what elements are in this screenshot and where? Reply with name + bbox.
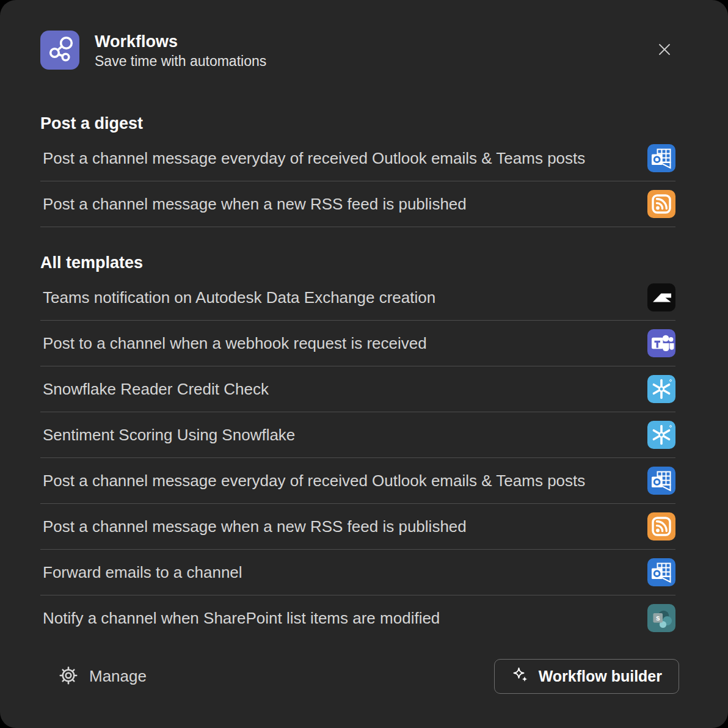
dialog-subtitle: Save time with automations [95,52,266,71]
list-item[interactable]: Notify a channel when SharePoint list it… [40,595,675,641]
list-item[interactable]: Post to a channel when a webhook request… [40,321,675,366]
list-item-label: Post a channel message everyday of recei… [40,149,585,168]
section-heading: All templates [40,253,675,272]
list-item[interactable]: Post a channel message when a new RSS fe… [40,504,675,550]
list-item-label: Snowflake Reader Credit Check [40,380,269,399]
workflow-share-icon [40,29,79,71]
list-item[interactable]: Post a channel message everyday of recei… [40,136,675,181]
list-item[interactable]: Post a channel message everyday of recei… [40,458,675,504]
template-section: All templatesTeams notification on Autod… [40,253,675,641]
list-item-label: Notify a channel when SharePoint list it… [40,609,440,628]
template-list: Post a channel message everyday of recei… [40,136,675,227]
sparkle-icon [511,666,530,686]
list-item[interactable]: Teams notification on Autodesk Data Exch… [40,275,675,321]
gear-icon [59,666,78,687]
outlook-icon [647,467,675,495]
list-item[interactable]: Forward emails to a channel [40,550,675,595]
list-item-label: Post a channel message when a new RSS fe… [40,517,467,536]
dialog-footer: Manage Workflow builder [0,659,728,694]
manage-button[interactable]: Manage [59,666,147,687]
list-item[interactable]: Sentiment Scoring Using Snowflake [40,412,675,458]
close-button[interactable] [652,38,677,62]
list-item-label: Sentiment Scoring Using Snowflake [40,426,295,445]
header-text: Workflows Save time with automations [95,31,266,71]
svg-text:s: s [656,614,660,622]
workflow-builder-label: Workflow builder [539,668,662,685]
section-heading: Post a digest [40,114,675,133]
list-item-label: Forward emails to a channel [40,563,242,582]
list-item-label: Teams notification on Autodesk Data Exch… [40,288,435,307]
list-item[interactable]: Post a channel message when a new RSS fe… [40,181,675,227]
workflow-builder-button[interactable]: Workflow builder [494,659,679,694]
manage-button-label: Manage [89,667,147,686]
sections: Post a digestPost a channel message ever… [0,114,728,641]
snowflake-icon [647,375,675,403]
sharepoint-icon: s [647,604,675,632]
template-list: Teams notification on Autodesk Data Exch… [40,275,675,641]
teams-icon [647,329,675,357]
template-section: Post a digestPost a channel message ever… [40,114,675,227]
list-item-label: Post a channel message when a new RSS fe… [40,195,467,214]
autodesk-icon [647,283,675,311]
workflows-app-icon [40,31,79,70]
list-item[interactable]: Snowflake Reader Credit Check [40,366,675,412]
list-item-label: Post a channel message everyday of recei… [40,471,585,490]
outlook-icon [647,558,675,586]
dialog-header: Workflows Save time with automations [0,0,728,71]
outlook-icon [647,144,675,172]
workflows-dialog: Workflows Save time with automations Pos… [0,0,728,728]
snowflake-icon [647,421,675,449]
dialog-title: Workflows [95,32,266,52]
close-icon [653,38,675,62]
rss-icon [647,512,675,541]
rss-icon [647,190,675,218]
list-item-label: Post to a channel when a webhook request… [40,334,427,353]
